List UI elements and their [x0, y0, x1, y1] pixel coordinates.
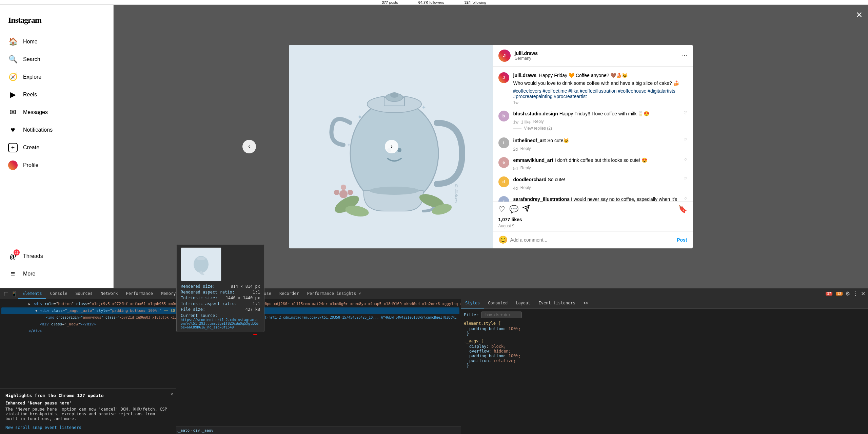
post-more-button[interactable]: ···	[682, 52, 687, 59]
comment-like-icon-c4[interactable]: ♡	[684, 176, 687, 181]
devtools-tab-recorder[interactable]: Recorder	[275, 289, 303, 299]
feature1-desc: The 'Never pause here' option can now 'c…	[5, 407, 171, 421]
tooltip-file-size-value: 427 kB	[245, 307, 260, 312]
sidebar-item-home[interactable]: 🏠 Home	[4, 33, 109, 51]
tooltip-rendered-value: 814 × 814 px	[231, 284, 260, 289]
post-date: August 9	[498, 224, 687, 228]
comment-likes-c1: 1 like	[521, 120, 531, 125]
svg-point-5	[390, 92, 398, 98]
emoji-button[interactable]: 😊	[498, 235, 508, 244]
tooltip-file-size-label: File size:	[181, 307, 205, 312]
devtools-tab-network[interactable]: Network	[97, 289, 122, 299]
right-tab-layout[interactable]: Layout	[512, 299, 534, 308]
reply-button-c3[interactable]: Reply	[520, 166, 531, 170]
comment-text-c1: blush.studio.designHappy Friday!! I love…	[513, 111, 679, 117]
styles-panel-content: Filter element.style { padding-bottom: 1…	[461, 309, 868, 434]
comment-avatar-c2: i	[498, 137, 509, 148]
filter-label: Filter	[464, 313, 478, 317]
comment-avatar-c4: d	[498, 176, 509, 187]
action-icons-row: ♡ 💬 🔖	[498, 205, 687, 214]
sidebar-label-threads: Threads	[23, 253, 43, 259]
sidebar-item-reels[interactable]: ▶ Reels	[4, 86, 109, 103]
tooltip-intrinsic-size-value: 1440 × 1440 px	[226, 296, 260, 300]
caption-row: J julii.draws Happy Friday 🧡 Coffee anyo…	[498, 72, 687, 105]
comment-row-c5: s sarafandrey_illustrationsI would never…	[498, 196, 687, 201]
view-replies-line	[513, 128, 521, 129]
comment-button[interactable]: 💬	[509, 205, 518, 214]
sidebar-label-notifications: Notifications	[23, 127, 53, 133]
devtools-tab-elements[interactable]: Elements	[18, 289, 46, 299]
reply-button-c4[interactable]: Reply	[520, 185, 531, 190]
right-tab-more[interactable]: >>	[579, 299, 592, 308]
comments-scroll[interactable]: J julii.draws Happy Friday 🧡 Coffee anyo…	[493, 67, 693, 202]
create-icon: +	[8, 143, 18, 152]
sidebar-item-explore[interactable]: 🧭 Explore	[4, 68, 109, 86]
whats-new-close-button[interactable]: ×	[171, 392, 173, 397]
comment-avatar-c3: e	[498, 157, 509, 168]
thumbnail-preview	[181, 247, 221, 281]
devtools-settings-btn[interactable]: ⚙	[845, 290, 850, 297]
tooltip-rendered-size-row: Rendered size: 814 × 814 px	[181, 284, 260, 289]
devtools-styles-panel: Styles Computed Layout Event listeners >…	[461, 299, 868, 434]
right-tab-styles[interactable]: Styles	[461, 299, 484, 308]
modal-container: ✦ ✦ ✦	[289, 45, 693, 248]
expand-icon: ▼	[35, 309, 37, 313]
comment-like-icon-c1[interactable]: ♡	[684, 111, 687, 115]
post-location: Germany	[515, 56, 682, 61]
right-tab-event-listeners[interactable]: Event listeners	[535, 299, 579, 308]
sidebar-item-threads[interactable]: @ Threads 11	[4, 247, 109, 265]
modal-next-button[interactable]: ›	[385, 140, 398, 153]
devtools-tab-console[interactable]: Console	[46, 289, 72, 299]
style-prop-position: position: relative;	[469, 358, 865, 363]
devtools-inspect-btn[interactable]: ⬚	[3, 291, 10, 297]
right-tab-computed[interactable]: Computed	[484, 299, 512, 308]
sidebar-item-messages[interactable]: ✉ Messages	[4, 103, 109, 121]
styles-filter-input[interactable]	[481, 312, 522, 318]
share-button[interactable]	[522, 205, 530, 214]
posts-stat: 377 posts	[382, 0, 398, 4]
devtools-tab-sources[interactable]: Sources	[71, 289, 97, 299]
sidebar-item-search[interactable]: 🔍 Search	[4, 51, 109, 68]
modal-prev-button[interactable]: ‹	[242, 140, 256, 153]
feature2-link[interactable]: New scroll snap event listeners	[5, 425, 171, 430]
devtools-tab-perf-insights[interactable]: Performance insights ⚡	[303, 289, 365, 299]
comment-actions-c3: 5d Reply	[513, 165, 679, 171]
tooltip-file-size-row: File size: 427 kB	[181, 307, 260, 312]
comment-text-c4: doodleorchardSo cute!	[513, 176, 679, 183]
comment-content-c4: doodleorchardSo cute! 4d Reply	[513, 176, 679, 191]
devtools-device-btn[interactable]: 📱	[10, 291, 18, 297]
comment-avatar-c5: s	[498, 196, 509, 201]
svg-point-25	[197, 257, 205, 260]
sidebar-item-notifications[interactable]: ♥ Notifications	[4, 121, 109, 139]
like-button[interactable]: ♡	[498, 205, 505, 214]
comment-like-icon-c5[interactable]: ♡	[684, 196, 687, 201]
reply-button-c2[interactable]: Reply	[520, 146, 531, 151]
reply-button-c1[interactable]: Reply	[533, 119, 544, 124]
view-replies-text-c1: View replies (2)	[524, 126, 552, 131]
sidebar-item-more[interactable]: ≡ More	[4, 265, 109, 283]
caption-content: julii.draws Happy Friday 🧡 Coffee anyone…	[513, 72, 687, 105]
view-replies-c1[interactable]: View replies (2)	[513, 126, 679, 131]
comment-time-c4: 4d	[513, 186, 518, 191]
devtools-tab-performance[interactable]: Performance	[122, 289, 157, 299]
style-prop-display: display: block;	[469, 344, 865, 349]
comment-time-c2: 2d	[513, 147, 518, 152]
comment-like-icon-c3[interactable]: ♡	[684, 157, 687, 162]
comment-time-c3: 5d	[513, 166, 518, 171]
sidebar-item-profile[interactable]: Profile	[4, 156, 109, 174]
comment-username-c2: inthelineof_art	[513, 138, 546, 143]
devtools-right-tabs: Styles Computed Layout Event listeners >…	[461, 299, 868, 309]
tooltip-rendered-aspect-value: 1:1	[253, 290, 260, 295]
tooltip-rendered-label: Rendered size:	[181, 284, 215, 289]
feature2-link-text[interactable]: New scroll snap event listeners	[5, 425, 81, 430]
comment-like-icon-c2[interactable]: ♡	[684, 137, 687, 142]
comment-input[interactable]	[510, 237, 674, 243]
warn-count: 12	[836, 292, 843, 296]
caption-text: julii.draws Happy Friday 🧡 Coffee anyone…	[513, 72, 687, 79]
devtools-dock-btn[interactable]: ⋮	[853, 290, 858, 297]
post-comment-button[interactable]: Post	[677, 237, 687, 243]
bookmark-button[interactable]: 🔖	[678, 205, 687, 214]
sidebar-item-create[interactable]: + Create	[4, 139, 109, 156]
modal-close-button[interactable]: ✕	[856, 10, 863, 20]
devtools-close-btn[interactable]: ✕	[861, 290, 865, 297]
